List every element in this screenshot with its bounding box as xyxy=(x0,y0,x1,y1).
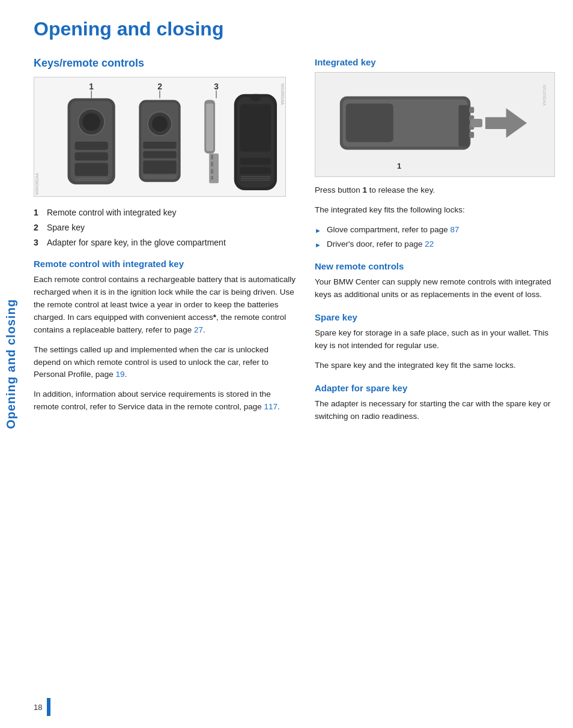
svg-rect-28 xyxy=(211,162,213,167)
svg-point-9 xyxy=(82,113,100,131)
page-link-27[interactable]: 27 xyxy=(194,325,203,334)
svg-rect-12 xyxy=(74,163,108,176)
svg-rect-51 xyxy=(470,119,482,127)
remote-control-para1: Each remote control contains a rechargea… xyxy=(34,274,297,337)
svg-text:2: 2 xyxy=(157,82,162,91)
adapter-para: The adapter is necessary for starting th… xyxy=(315,398,555,423)
svg-rect-30 xyxy=(211,176,213,179)
integrated-key-image: 1 W0J99DAA xyxy=(315,72,555,177)
page-link-22[interactable]: 22 xyxy=(425,239,434,248)
svg-rect-10 xyxy=(74,142,108,150)
page-link-19[interactable]: 19 xyxy=(116,370,125,379)
svg-rect-35 xyxy=(240,158,271,165)
page-title: Opening and closing xyxy=(34,18,555,40)
keys-remote-controls-heading: Keys/remote controls xyxy=(34,57,297,70)
svg-text:W0J99DAA: W0J99DAA xyxy=(542,85,547,106)
svg-marker-50 xyxy=(485,108,527,137)
integrated-key-illustration: 1 W0J99DAA xyxy=(315,73,554,176)
spare-key-para1: Spare key for storage in a safe place, s… xyxy=(315,327,555,352)
svg-rect-34 xyxy=(240,104,271,152)
bullet-triangle-2: ► xyxy=(315,240,322,250)
list-text: Remote control with integrated key xyxy=(47,206,177,219)
bullet-triangle-1: ► xyxy=(315,226,322,236)
svg-rect-36 xyxy=(240,167,271,174)
list-text: Adapter for spare key, in the glove comp… xyxy=(47,236,226,249)
integrated-key-para1: Press button 1 to release the key. xyxy=(315,184,555,197)
sidebar: Opening and closing xyxy=(0,0,22,728)
bullet-text-2: Driver's door, refer to page 22 xyxy=(327,238,434,250)
main-content: Opening and closing Keys/remote controls… xyxy=(22,0,573,448)
svg-rect-27 xyxy=(211,155,213,160)
spare-key-para2: The spare key and the integrated key fit… xyxy=(315,359,555,372)
integrated-key-para2: The integrated key fits the following lo… xyxy=(315,204,555,217)
svg-point-18 xyxy=(152,116,168,131)
keys-illustration: 1 2 3 xyxy=(34,77,285,196)
two-column-layout: Keys/remote controls 1 2 3 xyxy=(34,57,555,430)
remote-control-para2: The settings called up and implemented w… xyxy=(34,344,297,382)
svg-text:1: 1 xyxy=(397,161,401,170)
svg-rect-25 xyxy=(206,104,213,151)
page-number: 18 xyxy=(34,703,42,712)
bullet-item: ► Driver's door, refer to page 22 xyxy=(315,238,555,250)
list-text: Spare key xyxy=(47,221,85,234)
svg-text:W0J99DAA: W0J99DAA xyxy=(280,83,285,105)
svg-rect-26 xyxy=(209,154,219,184)
list-num: 2 xyxy=(34,221,42,234)
svg-rect-20 xyxy=(143,151,176,158)
svg-rect-46 xyxy=(469,107,474,113)
svg-rect-44 xyxy=(346,103,393,142)
spare-key-heading: Spare key xyxy=(315,312,555,322)
new-remote-controls-heading: New remote controls xyxy=(315,261,555,271)
svg-text:W0K09DAA: W0K09DAA xyxy=(35,173,39,195)
page-footer: 18 xyxy=(22,698,573,716)
integrated-key-bullets: ► Glove compartment, refer to page 87 ► … xyxy=(315,224,555,251)
svg-rect-21 xyxy=(143,161,176,174)
svg-rect-29 xyxy=(211,169,213,173)
svg-text:1: 1 xyxy=(89,82,94,91)
new-remote-controls-para: Your BMW Center can supply new remote co… xyxy=(315,276,555,301)
left-column: Keys/remote controls 1 2 3 xyxy=(34,57,297,430)
page-link-87[interactable]: 87 xyxy=(450,225,459,234)
svg-rect-33 xyxy=(250,94,261,101)
list-item: 1 Remote control with integrated key xyxy=(34,206,297,219)
svg-rect-19 xyxy=(143,142,176,149)
sidebar-text: Opening and closing xyxy=(4,299,18,429)
list-num: 1 xyxy=(34,206,42,219)
svg-rect-11 xyxy=(74,152,108,161)
remote-control-para3: In addition, information about service r… xyxy=(34,388,297,414)
list-item: 2 Spare key xyxy=(34,221,297,234)
svg-rect-49 xyxy=(469,132,474,138)
svg-text:3: 3 xyxy=(214,82,219,91)
keys-image: 1 2 3 xyxy=(34,77,286,197)
remote-control-heading: Remote control with integrated key xyxy=(34,259,297,269)
list-item: 3 Adapter for spare key, in the glove co… xyxy=(34,236,297,249)
page-link-117[interactable]: 117 xyxy=(264,402,277,411)
bullet-text-1: Glove compartment, refer to page 87 xyxy=(327,224,459,236)
keys-list: 1 Remote control with integrated key 2 S… xyxy=(34,206,297,249)
svg-rect-45 xyxy=(459,105,470,146)
page-bar xyxy=(47,698,50,716)
adapter-heading: Adapter for spare key xyxy=(315,383,555,393)
integrated-key-heading: Integrated key xyxy=(315,57,555,67)
list-num: 3 xyxy=(34,236,42,249)
right-column: Integrated key xyxy=(315,57,555,430)
bullet-item: ► Glove compartment, refer to page 87 xyxy=(315,224,555,236)
